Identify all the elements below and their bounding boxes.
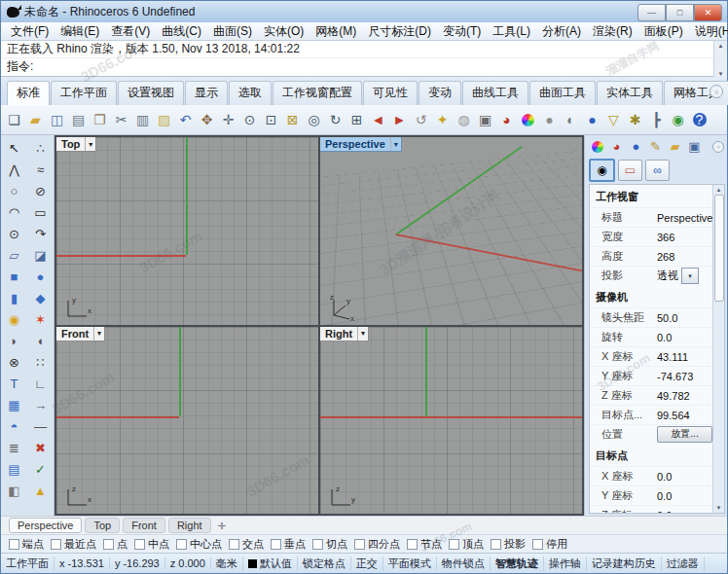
link-view-button[interactable]: ∞ bbox=[645, 160, 670, 181]
options-gear-icon[interactable]: ✱ bbox=[625, 110, 645, 130]
viewport-front[interactable]: Front ▾ z x bbox=[56, 327, 318, 515]
display-tab-icon[interactable]: ▣ bbox=[686, 138, 703, 155]
print-icon[interactable]: ▤ bbox=[68, 110, 89, 130]
menu-item[interactable]: 说明(H) bbox=[689, 23, 728, 40]
ribbon-tab[interactable]: 标准 bbox=[7, 81, 50, 105]
menu-item[interactable]: 渲染(R) bbox=[587, 23, 638, 40]
menu-item[interactable]: 曲线(C) bbox=[156, 23, 207, 40]
viewport-tab[interactable]: Front bbox=[123, 518, 165, 533]
ellipse-icon[interactable]: ⊘ bbox=[27, 180, 54, 201]
checkbox-icon[interactable] bbox=[354, 539, 365, 550]
grid-array-icon[interactable]: ≣ bbox=[1, 437, 27, 458]
array-icon[interactable]: ∷ bbox=[27, 351, 54, 373]
paste-icon[interactable]: ▨ bbox=[154, 110, 174, 130]
curve-boolean-icon[interactable]: ⊗ bbox=[1, 351, 27, 373]
property-value[interactable]: 0.0 bbox=[657, 490, 672, 502]
viewport-tab[interactable]: Top bbox=[85, 518, 120, 533]
next-view-icon[interactable]: ► bbox=[389, 110, 410, 130]
osnap-checkbox-item[interactable]: 最近点 bbox=[51, 537, 96, 552]
named-cplane-icon[interactable]: ✦ bbox=[432, 110, 453, 130]
zoom-window-icon[interactable]: ⊡ bbox=[261, 110, 281, 130]
explode-icon[interactable]: ✶ bbox=[27, 308, 54, 330]
maximize-button[interactable]: □ bbox=[666, 4, 694, 21]
undo-icon[interactable]: ↶ bbox=[175, 110, 196, 130]
ribbon-tab[interactable]: 实体工具 bbox=[597, 81, 663, 105]
grid-snap-toggle[interactable]: 锁定格点 bbox=[298, 556, 351, 571]
circle-icon[interactable]: ○ bbox=[1, 180, 27, 201]
block-manager-icon[interactable]: ┣ bbox=[646, 110, 667, 130]
lock-object-icon[interactable]: ✖ bbox=[27, 437, 54, 458]
render-icon[interactable] bbox=[518, 110, 538, 130]
layer-icon[interactable]: ▤ bbox=[1, 458, 27, 480]
property-value[interactable]: 268 bbox=[657, 251, 674, 263]
viewport-top-label[interactable]: Top ▾ bbox=[56, 137, 96, 152]
viewport-title[interactable]: Front bbox=[56, 327, 93, 341]
environment-tab-icon[interactable]: ● bbox=[628, 138, 644, 155]
ribbon-tab[interactable]: 变动 bbox=[419, 81, 461, 105]
projection-dropdown-button[interactable]: ▾ bbox=[681, 268, 699, 284]
help-icon[interactable]: ? bbox=[689, 110, 710, 130]
property-value[interactable]: Perspective bbox=[657, 212, 712, 224]
viewport-tab[interactable]: Right bbox=[168, 518, 211, 533]
scroll-up-icon[interactable]: ▲ bbox=[718, 43, 724, 49]
patch-icon[interactable]: ◪ bbox=[27, 244, 54, 266]
revolve-icon[interactable]: ▲ bbox=[27, 480, 54, 501]
osnap-checkbox-item[interactable]: 交点 bbox=[229, 537, 264, 552]
helix-icon[interactable]: ↷ bbox=[27, 223, 54, 244]
viewport-top[interactable]: Top ▾ y x bbox=[56, 137, 318, 325]
viewport-tab[interactable]: Perspective bbox=[9, 518, 82, 533]
copy-icon[interactable]: ▥ bbox=[132, 110, 153, 130]
solid-icon[interactable]: ◆ bbox=[27, 287, 54, 308]
text-icon[interactable]: T bbox=[1, 373, 27, 394]
menu-item[interactable]: 网格(M) bbox=[309, 23, 362, 40]
osnap-checkbox-item[interactable]: 端点 bbox=[9, 537, 44, 552]
viewport-right[interactable]: Right ▾ z y bbox=[320, 327, 582, 515]
osnap-checkbox-item[interactable]: 节点 bbox=[407, 537, 442, 552]
viewport-title[interactable]: Top bbox=[56, 137, 85, 151]
pan-icon[interactable]: ✥ bbox=[197, 110, 217, 130]
ortho-toggle[interactable]: 正交 bbox=[351, 556, 383, 571]
extrude-icon[interactable]: → bbox=[27, 394, 54, 415]
menu-item[interactable]: 面板(P) bbox=[638, 23, 689, 40]
checkbox-icon[interactable] bbox=[9, 539, 19, 550]
osnap-checkbox-item[interactable]: 切点 bbox=[312, 537, 347, 552]
scroll-up-icon[interactable]: ▲ bbox=[716, 187, 722, 193]
filter-icon[interactable]: ▽ bbox=[603, 110, 624, 130]
viewport-title[interactable]: Perspective bbox=[320, 137, 390, 151]
property-value[interactable]: 50.0 bbox=[657, 312, 677, 324]
properties-tab-icon[interactable] bbox=[589, 138, 605, 155]
osnap-checkbox-item[interactable]: 四分点 bbox=[354, 537, 400, 552]
lamp-icon[interactable]: ◍ bbox=[454, 110, 474, 130]
select-arrow-icon[interactable]: ↖ bbox=[1, 137, 27, 159]
viewport-perspective[interactable]: Perspective ▾ z y x bbox=[320, 137, 582, 325]
ribbon-tab[interactable]: 设置视图 bbox=[118, 81, 184, 105]
filter-toggle[interactable]: 过滤器 bbox=[662, 556, 705, 571]
scroll-down-icon[interactable]: ▼ bbox=[716, 505, 722, 511]
boolean-icon[interactable]: ◉ bbox=[1, 308, 27, 330]
zoom-target-icon[interactable]: ⊠ bbox=[282, 110, 303, 130]
menu-item[interactable]: 变动(T) bbox=[437, 23, 487, 40]
ribbon-options-button[interactable]: ○ bbox=[710, 85, 723, 98]
checkbox-icon[interactable] bbox=[491, 539, 501, 550]
checkbox-icon[interactable] bbox=[176, 539, 187, 550]
osnap-checkbox-item[interactable]: 停用 bbox=[532, 537, 567, 552]
sphere-icon[interactable]: ● bbox=[27, 266, 54, 287]
property-value[interactable]: 0.0 bbox=[657, 471, 672, 483]
menu-item[interactable]: 实体(O) bbox=[258, 23, 309, 40]
osnap-checkbox-item[interactable]: 中心点 bbox=[176, 537, 222, 552]
checkbox-icon[interactable] bbox=[134, 539, 145, 550]
projection-value[interactable]: 透视 bbox=[657, 269, 678, 283]
menu-item[interactable]: 分析(A) bbox=[536, 23, 587, 40]
camera-place-button[interactable]: 放置... bbox=[657, 426, 712, 443]
chevron-down-icon[interactable]: ▾ bbox=[85, 137, 95, 151]
group-icon[interactable]: ▦ bbox=[1, 394, 27, 415]
zoom-dynamic-icon[interactable]: ⊙ bbox=[239, 110, 260, 130]
command-scrollbar[interactable]: ▲ ▼ bbox=[713, 41, 727, 79]
close-button[interactable]: ✕ bbox=[694, 4, 722, 21]
property-value[interactable]: -74.673 bbox=[657, 371, 693, 382]
property-value[interactable]: 49.782 bbox=[657, 390, 690, 402]
history-toggle[interactable]: 记录建构历史 bbox=[587, 556, 662, 571]
planar-toggle[interactable]: 平面模式 bbox=[383, 556, 437, 571]
checkbox-icon[interactable] bbox=[103, 539, 114, 550]
export-icon[interactable]: ❐ bbox=[90, 110, 110, 130]
